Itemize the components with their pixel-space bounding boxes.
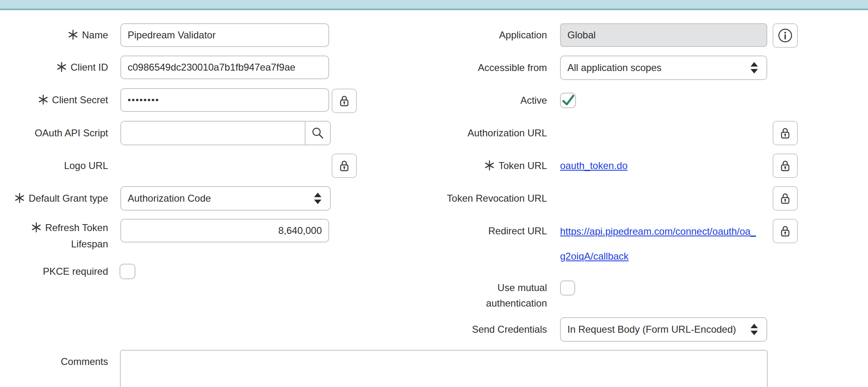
default-grant-type-select[interactable]: Authorization Code <box>120 186 331 211</box>
send-credentials-select[interactable]: In Request Body (Form URL-Encoded) <box>560 317 767 342</box>
lock-icon <box>780 225 790 238</box>
required-icon <box>31 222 41 233</box>
client-id-input[interactable] <box>120 56 329 79</box>
authorization-url-label: Authorization URL <box>408 121 547 145</box>
comments-label: Comments <box>0 350 108 374</box>
oauth-application-registry-form: { "colors": { "topbar_bg": "#bedde4", "t… <box>0 0 868 387</box>
token-url-label: Token URL <box>408 153 547 178</box>
redirect-url-label: Redirect URL <box>408 219 547 243</box>
select-arrows-icon <box>750 323 758 336</box>
authorization-url-lock-button[interactable] <box>773 121 798 145</box>
oauth-api-script-label: OAuth API Script <box>0 121 108 145</box>
select-arrows-icon <box>314 192 322 205</box>
logo-url-lock-button[interactable] <box>332 153 357 178</box>
refresh-token-lifespan-input[interactable] <box>120 219 329 242</box>
token-url-lock-button[interactable] <box>773 153 798 178</box>
client-id-label: Client ID <box>0 56 108 79</box>
required-icon <box>38 94 48 105</box>
pkce-required-label: PKCE required <box>0 264 108 279</box>
lock-icon <box>780 192 790 205</box>
lock-icon <box>339 159 350 172</box>
accessible-from-select[interactable]: All application scopes <box>560 56 767 80</box>
accessible-from-label: Accessible from <box>408 56 547 80</box>
use-mutual-authentication-checkbox[interactable] <box>560 280 575 296</box>
required-icon <box>68 29 78 40</box>
token-revocation-url-lock-button[interactable] <box>773 186 798 211</box>
active-label: Active <box>408 93 547 108</box>
redirect-url-lock-button[interactable] <box>773 219 798 243</box>
oauth-api-script-lookup-button[interactable] <box>305 122 330 145</box>
required-icon <box>57 62 66 72</box>
lock-icon <box>780 159 790 172</box>
comments-textarea[interactable] <box>120 350 768 387</box>
send-credentials-label: Send Credentials <box>408 317 547 342</box>
application-label: Application <box>408 23 547 47</box>
refresh-token-lifespan-label: Refresh Token Lifespan <box>0 220 108 252</box>
info-icon <box>778 28 793 43</box>
checkmark-icon <box>561 93 575 107</box>
pkce-required-checkbox[interactable] <box>120 264 135 279</box>
client-secret-lock-button[interactable] <box>332 89 357 113</box>
default-grant-type-label: Default Grant type <box>0 186 108 211</box>
application-info-button[interactable] <box>773 23 798 48</box>
name-input[interactable] <box>120 23 329 47</box>
active-checkbox[interactable] <box>560 93 576 108</box>
required-icon <box>15 193 24 203</box>
use-mutual-authentication-label: Use mutual authentication <box>408 280 547 311</box>
token-url-link[interactable]: oauth_token.do <box>560 153 627 178</box>
oauth-api-script-field <box>120 121 331 145</box>
search-icon <box>311 127 324 140</box>
application-readonly-field: Global <box>560 23 767 47</box>
lock-icon <box>339 94 350 107</box>
select-arrows-icon <box>750 62 758 74</box>
redirect-url-link[interactable]: https://api.pipedream.com/connect/oauth/… <box>560 219 771 269</box>
lock-icon <box>780 127 790 140</box>
oauth-api-script-input[interactable] <box>121 122 305 145</box>
client-secret-label: Client Secret <box>0 88 108 112</box>
token-revocation-url-label: Token Revocation URL <box>408 186 547 211</box>
required-icon <box>485 160 494 171</box>
form-header-bar <box>0 0 868 10</box>
name-label: Name <box>0 23 108 47</box>
logo-url-label: Logo URL <box>0 153 108 178</box>
client-secret-input[interactable] <box>120 88 329 112</box>
